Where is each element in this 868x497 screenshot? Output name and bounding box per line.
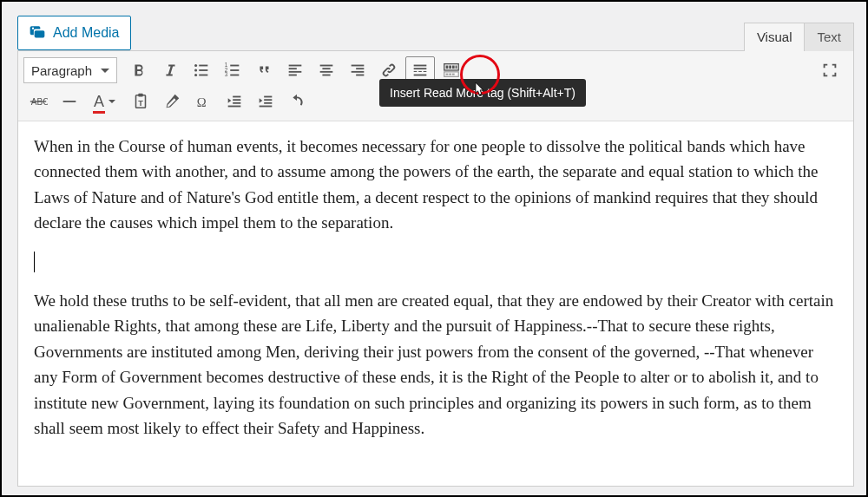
svg-rect-24: [356, 75, 364, 76]
svg-rect-28: [418, 71, 422, 72]
bold-button[interactable]: [124, 56, 154, 84]
svg-text:T: T: [138, 99, 143, 108]
svg-rect-27: [414, 71, 418, 72]
svg-rect-18: [322, 68, 330, 69]
italic-button[interactable]: [155, 56, 185, 84]
svg-rect-22: [356, 68, 364, 69]
svg-rect-26: [414, 68, 427, 69]
text-color-button[interactable]: A: [86, 88, 124, 115]
svg-rect-5: [199, 69, 207, 71]
align-center-button[interactable]: [312, 56, 341, 84]
svg-rect-14: [289, 68, 297, 69]
text-caret: [34, 252, 35, 272]
svg-rect-33: [449, 66, 451, 69]
format-select[interactable]: Paragraph: [23, 57, 117, 83]
svg-rect-38: [449, 74, 451, 75]
editor-container: Paragraph 123 ABC A: [17, 50, 854, 487]
svg-rect-34: [452, 66, 455, 69]
svg-point-0: [32, 28, 34, 29]
svg-rect-42: [63, 101, 76, 102]
svg-rect-30: [414, 75, 427, 76]
svg-rect-52: [264, 99, 272, 101]
readmore-tooltip: Insert Read More tag (Shift+Alt+T): [379, 79, 586, 107]
svg-rect-48: [233, 99, 240, 101]
undo-button[interactable]: [282, 88, 312, 115]
svg-rect-35: [456, 66, 457, 69]
svg-rect-17: [320, 65, 333, 67]
svg-rect-37: [446, 74, 449, 75]
svg-rect-32: [446, 66, 449, 69]
paste-text-button[interactable]: T: [126, 88, 155, 115]
tab-text[interactable]: Text: [804, 23, 854, 51]
svg-rect-13: [289, 65, 302, 67]
svg-point-1: [194, 64, 197, 67]
indent-button[interactable]: [251, 88, 280, 115]
editor-tabs: Visual Text: [744, 21, 854, 50]
editor-frame: Add Media Visual Text Paragraph 123: [0, 0, 868, 497]
svg-rect-49: [233, 102, 240, 104]
svg-rect-53: [264, 102, 272, 104]
svg-point-2: [194, 69, 197, 71]
outdent-button[interactable]: [220, 88, 249, 115]
svg-rect-44: [138, 94, 143, 97]
blockquote-button[interactable]: [249, 56, 279, 84]
tab-visual[interactable]: Visual: [744, 23, 806, 51]
special-character-button[interactable]: Ω: [188, 88, 218, 115]
svg-text:3: 3: [225, 71, 228, 77]
format-select-value: Paragraph: [31, 63, 92, 78]
svg-rect-25: [414, 65, 427, 67]
svg-rect-6: [199, 75, 207, 76]
add-media-label: Add Media: [53, 25, 120, 41]
editor-content[interactable]: When in the Course of human events, it b…: [18, 121, 853, 486]
hr-button[interactable]: [55, 88, 84, 115]
add-media-button[interactable]: Add Media: [17, 16, 131, 50]
svg-rect-20: [322, 75, 330, 76]
svg-rect-10: [230, 65, 239, 67]
media-icon: [29, 23, 46, 43]
editor-topbar: Add Media Visual Text: [2, 2, 866, 50]
svg-rect-12: [230, 75, 239, 76]
svg-rect-54: [260, 106, 273, 108]
text-color-a-icon: A: [94, 93, 104, 111]
bullet-list-button[interactable]: [187, 56, 216, 84]
strikethrough-button[interactable]: ABC: [23, 88, 53, 115]
align-left-button[interactable]: [280, 56, 310, 84]
align-right-button[interactable]: [343, 56, 372, 84]
svg-rect-11: [230, 69, 239, 71]
svg-rect-50: [228, 106, 241, 108]
svg-rect-23: [352, 71, 365, 73]
svg-rect-15: [289, 71, 302, 73]
svg-rect-16: [289, 75, 297, 76]
svg-rect-21: [352, 65, 365, 67]
svg-point-3: [194, 74, 197, 76]
content-paragraph-2: We hold these truths to be self-evident,…: [34, 288, 838, 441]
svg-rect-4: [199, 65, 207, 67]
svg-rect-47: [233, 96, 240, 98]
svg-rect-51: [264, 96, 272, 98]
svg-text:Ω: Ω: [197, 95, 207, 109]
svg-rect-29: [424, 71, 427, 72]
svg-rect-39: [452, 74, 455, 75]
svg-rect-19: [320, 71, 333, 73]
fullscreen-button[interactable]: [815, 56, 845, 84]
numbered-list-button[interactable]: 123: [218, 56, 247, 84]
clear-formatting-button[interactable]: [157, 88, 187, 115]
content-paragraph-1: When in the Course of human events, it b…: [34, 134, 838, 236]
